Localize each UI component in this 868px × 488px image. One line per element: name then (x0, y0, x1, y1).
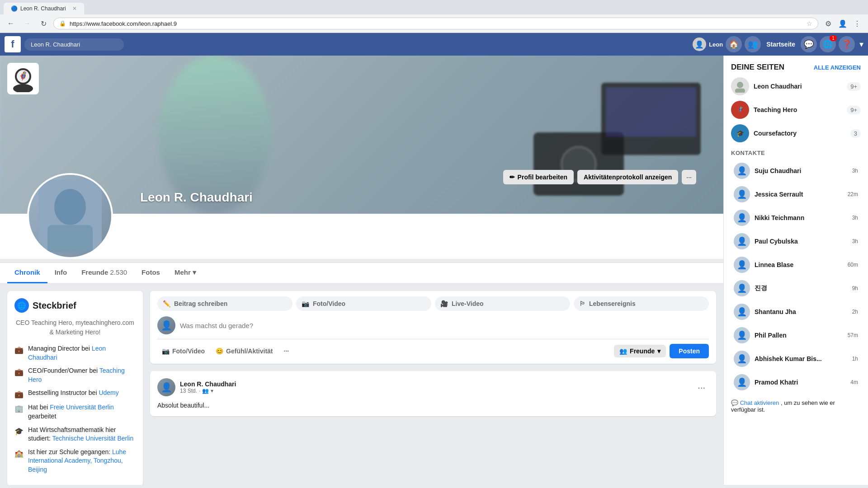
fb-logo[interactable]: f (5, 36, 21, 52)
leon-page-avatar (731, 77, 749, 95)
svg-point-5 (54, 189, 86, 225)
contact-phil[interactable]: 👤 Phil Pallen 57m (731, 325, 861, 345)
jessica-avatar: 👤 (734, 186, 750, 202)
startseite-link[interactable]: Startseite (766, 41, 795, 48)
contact-nikki[interactable]: 👤 Nikki Teichmann 3h (731, 208, 861, 228)
profile-avatar[interactable] (27, 173, 113, 259)
user-name: Leon (709, 41, 723, 48)
friends-icon[interactable]: 👥 (745, 36, 761, 52)
photo-video-top-btn[interactable]: 📷 Foto/Video (296, 296, 431, 311)
jinkyung-time: 9h (852, 285, 858, 291)
coursefactory-count: 3 (850, 129, 861, 138)
contact-shantanu[interactable]: 👤 Shantanu Jha 2h (731, 302, 861, 322)
live-video-label: Live-Video (452, 300, 484, 307)
svg-point-7 (737, 82, 743, 88)
post-audience-dropdown[interactable]: ▾ (211, 388, 213, 394)
profile-nav: Chronik Info Freunde 2.530 Fotos Mehr (0, 263, 723, 284)
building-icon: 🏢 (14, 404, 24, 413)
contact-suju[interactable]: 👤 Suju Chaudhari 3h (731, 161, 861, 181)
paul-name: Paul Cybulska (755, 238, 848, 245)
sidebar-page-leon[interactable]: Leon Chaudhari 9+ (731, 77, 861, 95)
phil-name: Phil Pallen (755, 332, 843, 339)
more-post-btn[interactable]: ··· (279, 345, 294, 357)
pramod-avatar: 👤 (734, 374, 750, 390)
dropdown-arrow[interactable]: ▾ (859, 39, 863, 49)
post-author-avatar[interactable]: 👤 (157, 378, 175, 396)
tab-mehr[interactable]: Mehr ▾ (167, 263, 203, 283)
extensions-button[interactable]: ⚙ (822, 17, 835, 30)
chat-activate-link[interactable]: Chat aktivieren (740, 399, 779, 406)
post-submit-button[interactable]: Posten (670, 344, 709, 358)
bookmark-icon[interactable]: ☆ (807, 20, 812, 27)
photo-video-btn[interactable]: 📷 Foto/Video (157, 345, 209, 357)
header-user[interactable]: 👤 Leon (693, 38, 723, 51)
svg-rect-8 (735, 89, 745, 93)
udemy-link[interactable]: Udemy (99, 389, 118, 396)
address-bar[interactable]: 🔒 https://www.facebook.com/leon.raphael.… (53, 18, 818, 29)
sidebar-page-teaching-hero[interactable]: 🦸 Teaching Hero 9+ (731, 101, 861, 119)
fu-berlin-link[interactable]: Freie Universität Berlin (50, 404, 114, 411)
contact-paul[interactable]: 👤 Paul Cybulska 3h (731, 231, 861, 251)
pramod-time: 4m (850, 379, 858, 385)
tab-chronik[interactable]: Chronik (7, 263, 47, 283)
activity-log-button[interactable]: Aktivitätenprotokoll anzeigen (577, 170, 678, 184)
live-video-btn[interactable]: 🎥 Live-Video (435, 296, 570, 311)
alle-anzeigen-link[interactable]: ALLE ANZEIGEN (814, 64, 861, 71)
composer-input-row: 👤 (157, 316, 709, 334)
menu-button[interactable]: ⋮ (851, 17, 863, 30)
tab-close-icon[interactable]: ✕ (72, 5, 77, 12)
linnea-avatar: 👤 (734, 257, 750, 273)
profile-button[interactable]: 👤 (836, 17, 849, 30)
contact-abhishek[interactable]: 👤 Abhishek Kumar Bis... 1h (731, 349, 861, 369)
feeling-label: Gefühl/Aktivität (226, 347, 273, 355)
tab-freunde[interactable]: Freunde 2.530 (74, 263, 134, 283)
contact-jinkyung[interactable]: 👤 진경 9h (731, 278, 861, 298)
notifications-icon[interactable]: 🌐 1 (820, 36, 836, 52)
edit-profile-button[interactable]: ✏ Profil bearbeiten (503, 170, 574, 184)
friends-icon: 👥 (619, 347, 627, 355)
forward-button[interactable]: → (21, 17, 33, 30)
teaching-hero-link[interactable]: Teaching Hero (28, 367, 125, 383)
audience-button[interactable]: 👥 Freunde ▾ (614, 345, 666, 357)
sidebar-page-coursefactory[interactable]: 🎓 Coursefactory 3 (731, 124, 861, 142)
feeling-btn[interactable]: 😊 Gefühl/Aktivität (211, 345, 277, 357)
browser-tab[interactable]: 🔵 Leon R. Chaudhari ✕ (4, 3, 84, 14)
tab-freunde-label: Freunde (81, 268, 108, 276)
post-input[interactable] (180, 322, 709, 329)
steckbrief-text-3: Bestselling Instructor bei Udemy (28, 389, 119, 398)
reload-button[interactable]: ↻ (37, 17, 50, 30)
more-options-button[interactable]: ··· (682, 170, 696, 184)
write-post-btn[interactable]: ✏️ Beitrag schreiben (157, 296, 292, 311)
post-options-button[interactable]: ··· (694, 380, 709, 394)
linnea-time: 60m (848, 262, 858, 268)
live-icon: 🎥 (440, 300, 448, 307)
home-icon[interactable]: 🏠 (726, 36, 742, 52)
profile-tabs: Chronik Info Freunde 2.530 Fotos Mehr (0, 263, 723, 283)
url-text: https://www.facebook.com/leon.raphael.9 (70, 20, 803, 27)
contact-jessica[interactable]: 👤 Jessica Serrault 22m (731, 184, 861, 204)
steckbrief-title-text: Steckbrief (33, 300, 76, 311)
help-icon[interactable]: ❓ (839, 36, 855, 52)
messenger-icon[interactable]: 💬 (801, 36, 817, 52)
post-author-name[interactable]: Leon R. Chaudhari (180, 380, 236, 388)
cover-content: 🦸 Leon R. Chaudhar (0, 56, 723, 214)
leon-chaudhari-link[interactable]: Leon Chaudhari (28, 345, 106, 361)
back-button[interactable]: ← (5, 17, 17, 30)
abhishek-avatar: 👤 (734, 351, 750, 367)
tab-info[interactable]: Info (47, 263, 75, 283)
browser-actions: ⚙ 👤 ⋮ (822, 17, 863, 30)
post-submit-area: 👥 Freunde ▾ Posten (614, 344, 709, 358)
chat-bar: 💬 Chat aktivieren , um zu sehen wie er v… (731, 399, 861, 413)
profile-avatar-container (0, 214, 723, 259)
tab-fotos[interactable]: Fotos (134, 263, 167, 283)
life-event-btn[interactable]: 🏳 Lebensereignis (574, 296, 709, 311)
contact-pramod[interactable]: 👤 Pramod Khatri 4m (731, 372, 861, 392)
friends-count: 2.530 (110, 268, 127, 276)
profile-section (0, 214, 723, 259)
luhe-academy-link[interactable]: Luhe International Academy, Tongzhou, Be… (28, 448, 126, 473)
search-input[interactable] (24, 38, 124, 51)
tab-favicon: 🔵 (11, 5, 18, 12)
tu-berlin-link[interactable]: Technische Universität Berlin (52, 435, 133, 442)
steckbrief-text-6: Ist hier zur Schule gegangen: Luhe Inter… (28, 448, 136, 474)
contact-linnea[interactable]: 👤 Linnea Blase 60m (731, 255, 861, 275)
